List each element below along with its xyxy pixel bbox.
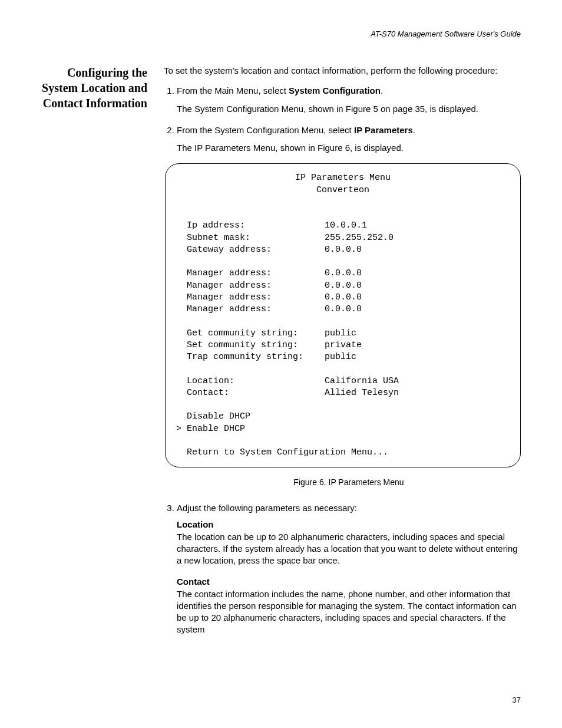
param-location-title: Location xyxy=(177,519,521,531)
step-1-bold: System Configuration xyxy=(289,85,381,95)
step-1-detail: The System Configuration Menu, shown in … xyxy=(177,103,521,115)
param-location: Location The location can be up to 20 al… xyxy=(177,519,521,566)
step-2-detail: The IP Parameters Menu, shown in Figure … xyxy=(177,142,521,154)
terminal-rows: Ip address: 10.0.0.1 Subnet mask: 255.25… xyxy=(176,208,510,399)
figure-caption: Figure 6. IP Parameters Menu xyxy=(177,477,521,488)
page-header: AT-S70 Management Software User's Guide xyxy=(41,29,521,38)
terminal-title-1: IP Parameters Menu xyxy=(176,172,510,184)
step-1-post: . xyxy=(381,85,383,95)
terminal-title-2: Converteon xyxy=(176,185,510,196)
param-contact-title: Contact xyxy=(177,576,521,588)
step-3-text: Adjust the following parameters as neces… xyxy=(177,503,357,513)
dhcp-enable-line: > Enable DHCP xyxy=(176,423,510,435)
page-number: 37 xyxy=(513,696,521,704)
step-2-post: . xyxy=(413,125,415,135)
terminal-menu: IP Parameters MenuConverteon Ip address:… xyxy=(165,163,521,467)
param-location-body: The location can be up to 20 alphanumeri… xyxy=(177,531,521,567)
step-1: From the Main Menu, select System Config… xyxy=(177,85,521,115)
step-1-pre: From the Main Menu, select xyxy=(177,85,289,95)
step-3: Adjust the following parameters as neces… xyxy=(177,502,521,636)
step-2-pre: From the System Configuration Menu, sele… xyxy=(177,125,354,135)
section-heading: Configuring the System Location and Cont… xyxy=(41,65,147,645)
return-line: Return to System Configuration Menu... xyxy=(176,447,510,459)
body-column: To set the system's location and contact… xyxy=(164,65,521,645)
param-contact: Contact The contact information includes… xyxy=(177,576,521,635)
dhcp-disable-line: Disable DHCP xyxy=(176,411,510,423)
intro-text: To set the system's location and contact… xyxy=(164,65,521,77)
step-2-bold: IP Parameters xyxy=(354,125,413,135)
step-2: From the System Configuration Menu, sele… xyxy=(177,124,521,488)
param-contact-body: The contact information includes the nam… xyxy=(177,588,521,636)
